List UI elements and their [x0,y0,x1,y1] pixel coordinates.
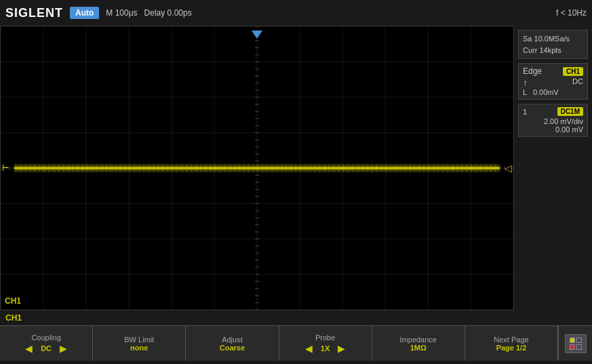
next-page-button[interactable]: Next Page Page 1/2 [465,326,558,361]
icon-sq-red [570,344,575,350]
ch1-ground-marker: ⊢ [2,164,9,173]
bottom-buttons: Coupling ◀ DC ▶ BW Limit none Adjust Coa… [0,325,592,361]
mode-badge: Auto [70,7,99,19]
time-div: M 100μs [106,8,137,18]
sample-rate-box: Sa 10.0MSa/s Curr 14kpts [518,30,588,59]
ch1-bottom-label: CH1 [5,313,22,323]
icon-button[interactable] [558,326,592,361]
ch-scale: 2.00 mV/div [523,117,583,125]
trigger-coupling-label: DC [572,77,583,88]
level-value: 0.00mV [533,88,559,96]
trigger-box: Edge CH1 ↑ DC L 0.00mV [518,63,588,100]
trigger-edge-label: Edge [523,66,542,76]
coupling-label-top: Coupling [31,333,60,342]
main-area: ⊢ ◁ CH1 Sa 10.0MSa/s Curr 14kpts Edge CH… [0,26,592,310]
freq-display: f < 10Hz [556,8,587,18]
probe-label-top: Probe [315,333,335,342]
trigger-level: L 0.00mV [523,88,583,96]
coupling-button[interactable]: Coupling ◀ DC ▶ [0,326,93,361]
adjust-label-top: Adjust [222,336,243,344]
icon-sq-empty2 [576,344,582,350]
delay-display: Delay 0.00ps [144,8,192,18]
next-page-label-bottom: Page 1/2 [496,344,527,352]
trigger-symbol: ↑ [523,77,528,88]
sample-rate-value: Sa 10.0MSa/s [523,33,583,45]
signal-line [14,167,500,169]
coupling-arrow-left[interactable]: ◀ [25,343,33,354]
probe-label-bottom: 1X [321,344,330,352]
probe-button[interactable]: Probe ◀ 1X ▶ [279,326,372,361]
coupling-arrow-right[interactable]: ▶ [60,343,67,354]
right-panel: Sa 10.0MSa/s Curr 14kpts Edge CH1 ↑ DC L… [514,26,592,310]
channel-icon-box [565,334,587,353]
trigger-level-marker: ◁ [505,163,512,174]
siglent-logo: SIGLENT [5,6,63,20]
ch-offset: 0.00 mV [523,125,583,134]
trigger-ch-badge: CH1 [563,67,583,76]
adjust-button[interactable]: Adjust Coarse [186,326,279,361]
level-label: L [523,88,527,96]
trigger-arrow-top [252,31,262,39]
coupling-label-bottom: DC [41,344,52,352]
impedance-label-top: Impedance [400,336,437,344]
next-page-label-top: Next Page [494,336,528,344]
impedance-label-bottom: 1MΩ [410,344,427,352]
bw-limit-label-bottom: none [130,344,148,352]
bw-limit-button[interactable]: BW Limit none [93,326,186,361]
icon-sq-empty1 [576,338,582,343]
top-bar: SIGLENT Auto M 100μs Delay 0.00ps f < 10… [0,0,592,26]
ch1-scope-label: CH1 [5,296,21,306]
icon-sq-yellow [570,338,575,343]
ch-mode-badge: DC1M [557,107,583,116]
curr-pts-value: Curr 14kpts [523,45,583,56]
adjust-label-bottom: Coarse [220,344,245,352]
bw-limit-label-top: BW Limit [124,336,154,344]
probe-arrow-left[interactable]: ◀ [305,343,313,354]
ch-info-box: 1 DC1M 2.00 mV/div 0.00 mV [518,104,588,137]
bottom-info-strip: CH1 [0,310,592,325]
probe-arrow-right[interactable]: ▶ [338,343,345,354]
ch-number: 1 [523,108,527,116]
impedance-button[interactable]: Impedance 1MΩ [372,326,465,361]
scope-area: ⊢ ◁ CH1 [0,26,514,310]
